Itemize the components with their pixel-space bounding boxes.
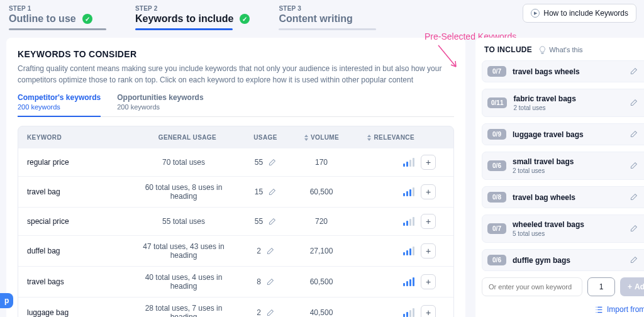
edit-icon[interactable] <box>268 218 276 226</box>
include-item[interactable]: 0/8 travel bag wheels <box>482 186 644 208</box>
edit-icon[interactable] <box>630 193 638 201</box>
edit-icon[interactable] <box>630 67 638 75</box>
add-row-button[interactable]: + <box>421 214 436 229</box>
keywords-table: KEYWORD GENERAL USAGE USAGE VOLUME RELEV… <box>18 126 454 317</box>
table-row[interactable]: special price 55 total uses 55 720 + <box>18 207 453 235</box>
annotation-arrow-icon <box>437 44 462 70</box>
col-volume[interactable]: VOLUME <box>290 134 353 141</box>
edit-icon[interactable] <box>266 247 274 255</box>
step-label: STEP 2 <box>135 5 250 12</box>
add-row-button[interactable]: + <box>421 184 436 199</box>
step-title: Outline to use✓ <box>9 13 106 25</box>
volume-cell: 40,500 <box>290 308 353 317</box>
play-icon: ▶ <box>531 9 540 18</box>
tab-0[interactable]: Competitor's keywords200 keywords <box>18 93 101 117</box>
to-include-title: TO INCLUDE <box>484 45 532 54</box>
table-row[interactable]: travel bag 60 total uses, 8 uses in head… <box>18 176 453 207</box>
edit-icon[interactable] <box>630 225 638 233</box>
keyword-cell: duffel bag <box>27 247 134 255</box>
add-row-button[interactable]: + <box>421 274 436 289</box>
step-title: Content writing <box>279 13 376 25</box>
table-row[interactable]: luggage bag 28 total uses, 7 uses in hea… <box>18 297 453 317</box>
general-usage-cell: 40 total uses, 4 uses in heading <box>134 273 241 291</box>
lightbulb-icon <box>538 46 547 54</box>
usage-cell: 8 <box>241 277 290 286</box>
general-usage-cell: 60 total uses, 8 uses in heading <box>134 183 241 201</box>
step-2[interactable]: STEP 2 Keywords to include✓ <box>135 5 250 30</box>
usage-cell: 2 <box>241 247 290 255</box>
edit-icon[interactable] <box>268 188 276 196</box>
panel-description: Crafting quality content means making su… <box>18 63 454 86</box>
usage-badge: 0/6 <box>487 255 506 265</box>
relevance-bars <box>403 217 414 226</box>
edit-icon[interactable] <box>266 309 274 317</box>
step-1[interactable]: STEP 1 Outline to use✓ <box>9 5 106 30</box>
tab-1[interactable]: Opportunities keywords200 keywords <box>117 93 203 116</box>
col-usage[interactable]: USAGE <box>241 134 290 141</box>
keyword-cell: regular price <box>27 158 134 167</box>
add-row-button[interactable]: + <box>421 243 436 259</box>
list-icon <box>595 306 603 314</box>
table-row[interactable]: travel bags 40 total uses, 4 uses in hea… <box>18 266 453 297</box>
keyword-cell: special price <box>27 217 134 226</box>
usage-cell: 55 <box>241 158 290 167</box>
usage-cell: 15 <box>241 187 290 196</box>
include-item[interactable]: 0/7 travel bags wheels <box>482 60 644 82</box>
keyword-cell: travel bags <box>27 277 134 286</box>
edit-icon[interactable] <box>630 99 638 107</box>
volume-cell: 27,100 <box>290 247 353 255</box>
relevance-bars <box>403 277 414 286</box>
add-keyword-button[interactable]: + Add <box>620 277 644 296</box>
edit-icon[interactable] <box>268 158 276 167</box>
check-icon: ✓ <box>82 14 92 24</box>
include-keyword-name: travel bags wheels <box>513 67 630 76</box>
relevance-bars <box>403 158 414 167</box>
include-item[interactable]: 0/7 wheeled travel bags5 total uses <box>482 214 644 243</box>
table-row[interactable]: regular price 70 total uses 55 170 + <box>18 148 453 176</box>
keyword-count-input[interactable] <box>587 277 615 296</box>
include-item[interactable]: 0/6 duffle gym bags <box>482 249 644 271</box>
import-from-list-link[interactable]: Import from list <box>482 305 644 314</box>
usage-badge: 0/7 <box>487 66 506 77</box>
include-keyword-sub: 2 total uses <box>513 104 630 111</box>
usage-badge: 0/6 <box>487 160 506 171</box>
edit-icon[interactable] <box>630 130 638 138</box>
stepper-header: STEP 1 Outline to use✓ STEP 2 Keywords t… <box>0 0 644 38</box>
usage-cell: 55 <box>241 217 290 226</box>
step-label: STEP 1 <box>9 5 106 12</box>
whats-this-link[interactable]: What's this <box>538 46 582 54</box>
keyword-cell: travel bag <box>27 187 134 196</box>
col-keyword[interactable]: KEYWORD <box>27 134 134 141</box>
include-keyword-name: travel bag wheels <box>513 193 630 202</box>
usage-badge: 0/7 <box>487 223 506 234</box>
side-tab[interactable]: p <box>0 293 13 308</box>
general-usage-cell: 28 total uses, 7 uses in heading <box>134 304 241 317</box>
include-keyword-name: fabric travel bags <box>513 94 630 103</box>
edit-icon[interactable] <box>266 278 274 286</box>
include-keyword-sub: 5 total uses <box>513 230 630 237</box>
relevance-bars <box>403 187 414 196</box>
include-keyword-sub: 2 total uses <box>513 167 630 174</box>
keyword-tabs: Competitor's keywords200 keywordsOpportu… <box>18 93 454 117</box>
usage-badge: 0/8 <box>487 192 506 203</box>
edit-icon[interactable] <box>630 162 638 170</box>
table-row[interactable]: duffel bag 47 total uses, 43 uses in hea… <box>18 235 453 266</box>
include-item[interactable]: 0/9 luggage travel bags <box>482 123 644 145</box>
how-to-button[interactable]: ▶ How to include Keywords <box>523 4 636 23</box>
col-relevance[interactable]: RELEVANCE <box>353 134 421 141</box>
include-item[interactable]: 0/11 fabric travel bags2 total uses <box>482 89 644 117</box>
add-row-button[interactable]: + <box>421 155 436 170</box>
general-usage-cell: 55 total uses <box>134 217 241 226</box>
include-keyword-name: luggage travel bags <box>513 130 630 139</box>
step-3[interactable]: STEP 3 Content writing <box>279 5 376 30</box>
include-item[interactable]: 0/6 small travel bags2 total uses <box>482 152 644 180</box>
to-include-panel: TO INCLUDE What's this 0/7 travel bags w… <box>475 38 644 317</box>
relevance-bars <box>403 247 414 255</box>
volume-cell: 60,500 <box>290 277 353 286</box>
custom-keyword-input[interactable] <box>482 277 582 296</box>
col-general-usage[interactable]: GENERAL USAGE <box>134 134 241 141</box>
edit-icon[interactable] <box>630 256 638 264</box>
add-row-button[interactable]: + <box>421 305 436 317</box>
usage-badge: 0/11 <box>487 97 507 108</box>
keyword-cell: luggage bag <box>27 308 134 317</box>
